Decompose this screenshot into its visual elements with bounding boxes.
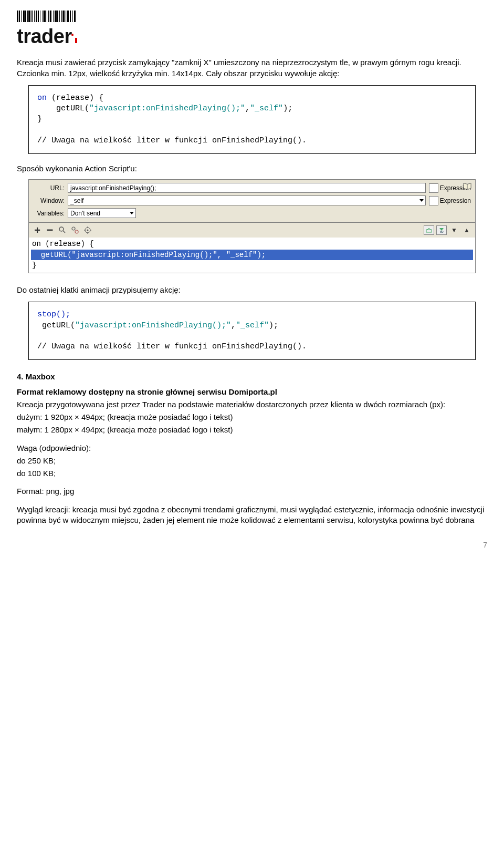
window-label: Window: [33, 197, 65, 205]
page-number: 7 [17, 540, 487, 550]
code-line: } [31, 260, 473, 271]
panel-form: URL: javascript:onFinishedPlaying(); Exp… [29, 180, 475, 223]
format-line: Format: png, jpg [17, 486, 487, 497]
weight-1: do 250 KB; [17, 456, 487, 466]
code-string: "_self" [250, 104, 283, 113]
code-comment: // Uwaga na wielkość liter w funkcji onF… [37, 136, 307, 145]
ide-toolbar: + − 80 ▼ ▲ [29, 223, 475, 238]
code-box-release: on (release) { getURL("javascript:onFini… [28, 85, 476, 154]
svg-rect-11 [426, 230, 432, 232]
variables-select[interactable]: Don't send [68, 208, 136, 218]
svg-line-2 [63, 231, 65, 233]
move-down-button[interactable]: ▼ [449, 225, 459, 235]
window-select[interactable]: _self [68, 195, 426, 205]
replace-button[interactable] [70, 225, 80, 235]
code-comment: // Uwaga na wielkość liter w funkcji onF… [37, 342, 307, 351]
code-text: getURL( [37, 321, 75, 330]
code-string: "javascript:onFinishedPlaying();" [89, 104, 245, 113]
remove-action-button[interactable]: − [45, 225, 55, 235]
svg-text:80: 80 [440, 230, 444, 233]
maxbox-desc: Kreacja przygotowywana jest przez Trader… [17, 399, 487, 410]
find-button[interactable] [57, 225, 68, 235]
code-text: ); [269, 321, 278, 330]
assign-action-text: Do ostatniej klatki animacji przypisujem… [17, 285, 487, 295]
variables-value: Don't send [70, 209, 100, 218]
code-string: "javascript:onFinishedPlaying();" [75, 321, 231, 330]
maxbox-subheading: Format reklamowy dostępny na stronie głó… [17, 387, 277, 396]
brand-red-bar [75, 38, 77, 43]
svg-point-1 [59, 227, 64, 231]
maxbox-size-large: dużym: 1 920px × 494px; (kreacja może po… [17, 412, 487, 422]
code-line-highlighted: getURL("javascript:onFinishedPlaying();"… [31, 250, 473, 260]
url-label: URL: [33, 184, 65, 192]
help-book-icon[interactable] [463, 182, 472, 190]
code-text: , [231, 321, 236, 330]
code-text: } [37, 115, 42, 123]
brand-name: trader [17, 25, 72, 47]
code-line: on (release) { [31, 239, 473, 249]
code-text: (release) { [47, 94, 103, 102]
maxbox-size-small: małym: 1 280px × 494px; (kreacja może po… [17, 425, 487, 435]
code-text: ); [283, 104, 292, 113]
window-value: _self [70, 197, 83, 205]
view-options-button[interactable]: 80 [436, 225, 447, 235]
expression-checkbox-url[interactable] [429, 183, 438, 193]
target-button[interactable] [82, 225, 93, 235]
code-text: getURL( [37, 104, 89, 113]
brand-red-accent: . [71, 24, 74, 38]
code-box-stop: stop(); getURL("javascript:onFinishedPla… [28, 302, 476, 360]
code-keyword: on [37, 94, 47, 102]
debug-options-button[interactable] [424, 225, 434, 235]
brand-text: trader. [17, 23, 487, 50]
svg-point-6 [87, 230, 89, 231]
actionscript-panel: URL: javascript:onFinishedPlaying(); Exp… [28, 179, 476, 273]
script-heading: Sposób wykonania Action Script'u: [17, 163, 487, 174]
code-text: , [245, 104, 250, 113]
move-up-button[interactable]: ▲ [461, 225, 472, 235]
weight-2: do 100 KB; [17, 468, 487, 479]
maxbox-heading: 4. Maxbox [17, 372, 487, 382]
ide-code-area[interactable]: on (release) { getURL("javascript:onFini… [29, 238, 475, 273]
expression-label: Expression [440, 197, 471, 205]
add-action-button[interactable]: + [32, 225, 43, 235]
intro-paragraph: Kreacja musi zawierać przycisk zamykając… [17, 57, 487, 79]
url-input[interactable]: javascript:onFinishedPlaying(); [68, 183, 426, 193]
code-keyword: stop(); [37, 310, 70, 319]
svg-point-4 [75, 230, 78, 233]
barcode-graphic [17, 11, 487, 22]
variables-label: Variables: [33, 209, 65, 218]
svg-point-3 [72, 227, 75, 230]
look-paragraph: Wygląd kreacji: kreacja musi być zgodna … [17, 504, 487, 526]
brand-logo: trader. [17, 11, 487, 50]
weight-heading: Waga (odpowiednio): [17, 443, 487, 453]
code-string: "_self" [236, 321, 269, 330]
expression-checkbox-window[interactable] [429, 196, 438, 205]
